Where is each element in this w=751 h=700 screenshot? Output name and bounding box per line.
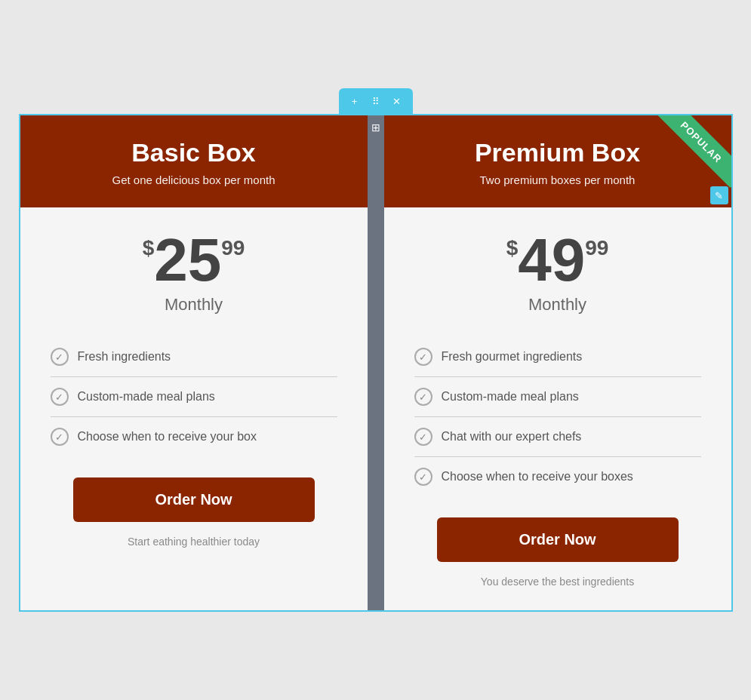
premium-card-body: $ 49 99 Monthly ✓ Fresh gourmet ingredie… [384,207,731,610]
premium-period: Monthly [506,295,609,315]
toolbar: + ⠿ ✕ [339,88,413,114]
basic-card: Basic Box Get one delicious box per mont… [20,115,368,610]
premium-check-icon-1: ✓ [414,348,432,366]
premium-check-icon-3: ✓ [414,428,432,446]
premium-card-header: Premium Box Two premium boxes per month … [384,115,731,207]
basic-feature-1: ✓ Fresh ingredients [51,337,337,377]
premium-feature-4: ✓ Choose when to receive your boxes [414,457,701,496]
basic-feature-text-3: Choose when to receive your box [78,430,257,444]
basic-feature-text-1: Fresh ingredients [78,350,171,364]
basic-features-list: ✓ Fresh ingredients ✓ Custom-made meal p… [51,337,337,456]
add-button[interactable]: + [346,93,363,109]
edit-button[interactable]: ✎ [710,186,728,204]
premium-feature-2: ✓ Custom-made meal plans [414,377,701,417]
basic-card-body: $ 25 99 Monthly ✓ Fresh ingredients ✓ Cu… [20,207,368,610]
column-handle-icon: ⊞ [371,121,380,134]
basic-cents: 99 [221,236,245,260]
check-icon-3: ✓ [51,428,69,446]
basic-amount: 25 [154,230,221,290]
check-icon-2: ✓ [51,388,69,406]
premium-footer-text: You deserve the best ingredients [481,576,634,588]
basic-order-button[interactable]: Order Now [73,477,315,522]
premium-feature-1: ✓ Fresh gourmet ingredients [414,337,701,377]
basic-price-section: $ 25 99 Monthly [143,230,245,315]
premium-dollar: $ [506,236,519,260]
premium-card: Premium Box Two premium boxes per month … [384,115,731,610]
premium-price-section: $ 49 99 Monthly [506,230,609,315]
basic-feature-text-2: Custom-made meal plans [78,390,215,404]
popular-badge-label: POPULAR [655,115,731,188]
grid-button[interactable]: ⠿ [368,93,384,109]
premium-cents: 99 [585,236,608,260]
premium-feature-text-2: Custom-made meal plans [442,390,579,404]
basic-feature-2: ✓ Custom-made meal plans [51,377,337,417]
close-button[interactable]: ✕ [389,93,405,109]
basic-period: Monthly [143,295,245,315]
basic-title: Basic Box [35,138,352,167]
basic-dollar: $ [143,236,155,260]
premium-features-list: ✓ Fresh gourmet ingredients ✓ Custom-mad… [414,337,701,496]
premium-feature-text-1: Fresh gourmet ingredients [442,350,583,364]
basic-feature-3: ✓ Choose when to receive your box [51,417,337,456]
premium-amount: 49 [518,230,585,290]
premium-check-icon-4: ✓ [414,468,432,486]
basic-subtitle: Get one delicious box per month [35,173,352,186]
page-wrapper: + ⠿ ✕ Basic Box Get one delicious box pe… [19,88,733,612]
premium-feature-text-3: Chat with our expert chefs [442,430,582,444]
basic-card-header: Basic Box Get one delicious box per mont… [20,115,368,207]
cards-container: Basic Box Get one delicious box per mont… [19,114,733,612]
basic-price-row: $ 25 99 [143,230,245,290]
premium-order-button[interactable]: Order Now [437,517,679,562]
check-icon-1: ✓ [51,348,69,366]
premium-price-row: $ 49 99 [506,230,609,290]
basic-footer-text: Start eathing healthier today [128,536,260,548]
premium-feature-3: ✓ Chat with our expert chefs [414,417,701,457]
column-divider[interactable]: ⊞ [368,115,384,610]
premium-feature-text-4: Choose when to receive your boxes [442,470,633,484]
premium-check-icon-2: ✓ [414,388,432,406]
